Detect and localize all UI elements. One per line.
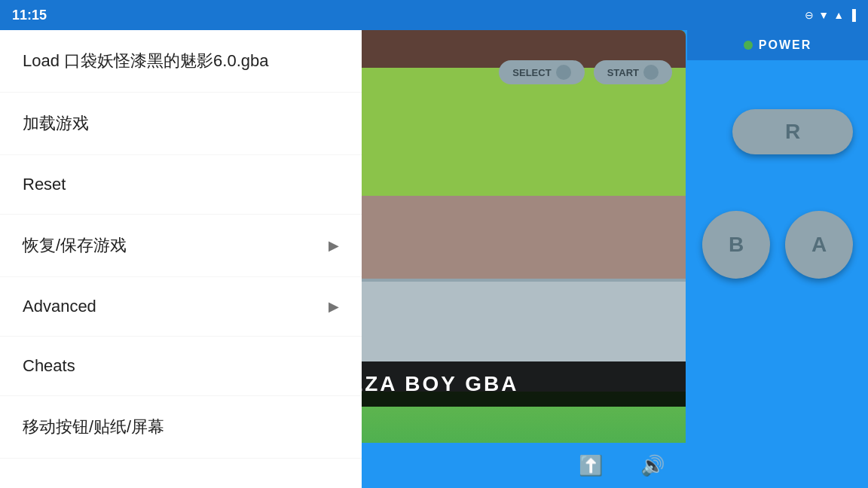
select-label: SELECT bbox=[512, 67, 551, 78]
menu-item-cheats-label: Cheats bbox=[23, 356, 75, 376]
advanced-arrow-icon: ▶ bbox=[329, 298, 339, 315]
volume-icon[interactable]: 🔊 bbox=[640, 454, 665, 477]
menu-item-advanced[interactable]: Advanced ▶ bbox=[0, 277, 362, 337]
menu-item-save-restore[interactable]: 恢复/保存游戏 ▶ bbox=[0, 215, 362, 277]
start-label: START bbox=[607, 67, 639, 78]
b-button-label: B bbox=[729, 233, 744, 257]
menu-item-cheats[interactable]: Cheats bbox=[0, 337, 362, 396]
upload-icon[interactable]: ⬆️ bbox=[579, 454, 603, 477]
status-icons: ⊖ ▼ ▲ ▐ bbox=[805, 9, 856, 21]
minus-icon: ⊖ bbox=[805, 9, 814, 21]
start-toggle bbox=[643, 65, 659, 80]
status-time: 11:15 bbox=[12, 8, 47, 23]
menu-item-load-rom[interactable]: Load 口袋妖怪漆黑的魅影6.0.gba bbox=[0, 30, 362, 93]
b-button[interactable]: B bbox=[702, 211, 770, 279]
power-led bbox=[744, 41, 753, 50]
menu-item-advanced-label: Advanced bbox=[23, 297, 96, 316]
menu-item-move-buttons-label: 移动按钮/贴纸/屏幕 bbox=[23, 416, 164, 438]
start-button[interactable]: START bbox=[594, 60, 672, 84]
a-button-label: A bbox=[811, 233, 827, 257]
r-button[interactable]: R bbox=[732, 109, 853, 154]
menu-item-load-rom-label: Load 口袋妖怪漆黑的魅影6.0.gba bbox=[23, 50, 268, 72]
status-bar: 11:15 ⊖ ▼ ▲ ▐ bbox=[0, 0, 868, 30]
select-button[interactable]: SELECT bbox=[499, 60, 584, 84]
wifi-icon: ▼ bbox=[818, 9, 829, 21]
menu-item-reset[interactable]: Reset bbox=[0, 155, 362, 215]
signal-icon: ▲ bbox=[833, 9, 844, 21]
menu-overlay: Load 口袋妖怪漆黑的魅影6.0.gba 加载游戏 Reset 恢复/保存游戏… bbox=[0, 30, 362, 488]
menu-item-reset-label: Reset bbox=[23, 175, 66, 194]
save-restore-arrow-icon: ▶ bbox=[329, 237, 339, 254]
menu-item-load-game-label: 加载游戏 bbox=[23, 112, 89, 135]
a-button[interactable]: A bbox=[785, 211, 853, 279]
power-bar: POWER bbox=[687, 30, 868, 60]
ab-buttons: B A bbox=[702, 211, 853, 279]
power-label: POWER bbox=[759, 38, 811, 52]
menu-item-move-buttons[interactable]: 移动按钮/贴纸/屏幕 bbox=[0, 396, 362, 459]
menu-item-load-game[interactable]: 加载游戏 bbox=[0, 93, 362, 155]
r-button-label: R bbox=[785, 120, 800, 144]
select-toggle bbox=[556, 65, 571, 80]
battery-icon: ▐ bbox=[848, 9, 856, 21]
menu-item-save-restore-label: 恢复/保存游戏 bbox=[23, 234, 127, 257]
